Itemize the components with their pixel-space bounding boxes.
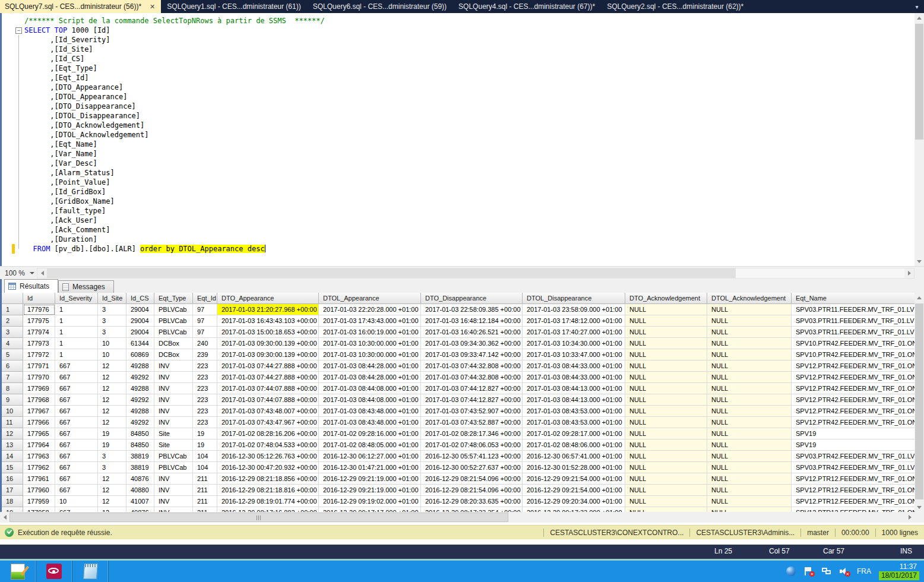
grid-cell[interactable]: NULL: [625, 360, 707, 372]
results-grid[interactable]: IdId_SeverityId_SiteId_CSEqt_TypeEqt_IdD…: [2, 293, 916, 512]
grid-cell[interactable]: 2016-12-29 08:19:01.774 +00:00: [217, 496, 319, 507]
action-center-flag-icon[interactable]: ✕: [803, 567, 814, 576]
grid-cell[interactable]: 177958: [23, 507, 55, 512]
grid-cell[interactable]: 223: [193, 406, 217, 417]
grid-cell[interactable]: 12: [98, 507, 126, 512]
grid-column-header[interactable]: DTOL_Disappearance: [523, 293, 625, 304]
grid-cell[interactable]: 10: [98, 338, 126, 349]
grid-cell[interactable]: NULL: [625, 327, 707, 338]
sql-editor[interactable]: − /****** Script de la commande SelectTo…: [0, 13, 924, 266]
grid-cell[interactable]: NULL: [707, 428, 792, 439]
grid-hscroll-thumb[interactable]: [10, 513, 508, 522]
grid-cell[interactable]: 2016-12-30 06:12:27.000 +01:00: [319, 451, 421, 462]
grid-cell[interactable]: 667: [55, 428, 98, 439]
grid-column-header[interactable]: Eqt_Name: [792, 293, 916, 304]
grid-cell[interactable]: 177960: [23, 485, 55, 496]
grid-cell[interactable]: 667: [55, 372, 98, 383]
grid-cell[interactable]: 29004: [126, 304, 154, 315]
grid-cell[interactable]: NULL: [707, 327, 792, 338]
grid-cell[interactable]: SPV12.PTR42.FEEDER.MV_TRF_01.ON: [792, 406, 916, 417]
grid-cell[interactable]: 2017-01-02 09:28:17.000 +01:00: [523, 428, 625, 439]
grid-cell[interactable]: 667: [55, 485, 98, 496]
grid-column-header[interactable]: Eqt_Type: [154, 293, 193, 304]
grid-cell[interactable]: NULL: [625, 507, 707, 512]
grid-cell[interactable]: INV: [154, 406, 193, 417]
grid-cell[interactable]: 49292: [126, 394, 154, 406]
document-tab[interactable]: SQLQuery4.sql - CES...dministrateur (67)…: [454, 0, 601, 13]
grid-cell[interactable]: 2016-12-30 01:52:28.000 +01:00: [523, 462, 625, 473]
grid-cell[interactable]: NULL: [625, 417, 707, 428]
grid-cell[interactable]: SPV12.PTR12.FEEDER.MV_TRF_01.ON: [792, 485, 916, 496]
grid-cell[interactable]: NULL: [707, 451, 792, 462]
grid-cell[interactable]: 667: [55, 451, 98, 462]
grid-cell[interactable]: NULL: [707, 406, 792, 417]
grid-cell[interactable]: 223: [193, 372, 217, 383]
grid-cell[interactable]: INV: [154, 417, 193, 428]
grid-cell[interactable]: PBLVCab: [154, 304, 193, 315]
grid-cell[interactable]: 38819: [126, 451, 154, 462]
tab-messages[interactable]: Messages: [58, 280, 114, 293]
grid-row-header[interactable]: 19: [2, 507, 23, 512]
grid-cell[interactable]: PBLVCab: [154, 462, 193, 473]
grid-cell[interactable]: 2017-01-02 08:28:17.346 +00:00: [421, 428, 523, 439]
grid-cell[interactable]: 3: [98, 462, 126, 473]
grid-cell[interactable]: INV: [154, 360, 193, 372]
code-area[interactable]: /****** Script de la commande SelectTopN…: [2, 16, 914, 254]
grid-cell[interactable]: 667: [55, 507, 98, 512]
grid-cell[interactable]: NULL: [707, 473, 792, 485]
grid-cell[interactable]: 41007: [126, 496, 154, 507]
grid-cell[interactable]: SPV10.PTR42.FEEDER.MV_TRF_01.ON: [792, 349, 916, 360]
grid-cell[interactable]: 177962: [23, 462, 55, 473]
grid-cell[interactable]: NULL: [625, 372, 707, 383]
grid-cell[interactable]: NULL: [707, 338, 792, 349]
grid-cell[interactable]: 3: [98, 327, 126, 338]
grid-cell[interactable]: 2016-12-29 09:17:33.000 +01:00: [523, 507, 625, 512]
grid-cell[interactable]: 667: [55, 394, 98, 406]
grid-cell[interactable]: 2016-12-29 09:19:02.000 +01:00: [319, 496, 421, 507]
grid-row-header[interactable]: 15: [2, 462, 23, 473]
grid-cell[interactable]: 12: [98, 485, 126, 496]
grid-cell[interactable]: 2017-01-03 08:43:53.000 +01:00: [523, 406, 625, 417]
grid-cell[interactable]: 2017-01-03 08:44:28.000 +01:00: [319, 372, 421, 383]
grid-cell[interactable]: SPV12.PTR42.FEEDER.MV_TRF_01.ON: [792, 394, 916, 406]
grid-cell[interactable]: SPV03.PTR11.FEEDER.MV_TRF_01.LV: [792, 304, 916, 315]
grid-cell[interactable]: 211: [193, 485, 217, 496]
grid-cell[interactable]: 10: [55, 496, 98, 507]
grid-cell[interactable]: 177961: [23, 473, 55, 485]
grid-cell[interactable]: 49292: [126, 372, 154, 383]
grid-cell[interactable]: 60869: [126, 349, 154, 360]
grid-cell[interactable]: 2017-01-02 08:28:16.206 +00:00: [217, 428, 319, 439]
grid-row-header[interactable]: 1: [2, 304, 23, 315]
grid-row-header[interactable]: 3: [2, 327, 23, 338]
grid-cell[interactable]: NULL: [707, 462, 792, 473]
grid-cell[interactable]: 2016-12-30 06:57:41.000 +01:00: [523, 451, 625, 462]
grid-cell[interactable]: SPV12.PTR42.FEEDER.MV_TRF_01.ON: [792, 417, 916, 428]
grid-cell[interactable]: NULL: [707, 315, 792, 327]
grid-cell[interactable]: 2017-01-03 07:43:52.907 +00:00: [421, 406, 523, 417]
grid-cell[interactable]: 2017-01-03 17:40:27.000 +01:00: [523, 327, 625, 338]
grid-cell[interactable]: 240: [193, 338, 217, 349]
grid-column-header[interactable]: DTOL_Appearance: [319, 293, 421, 304]
grid-cell[interactable]: 2017-01-03 08:44:13.000 +01:00: [523, 394, 625, 406]
grid-cell[interactable]: INV: [154, 372, 193, 383]
grid-cell[interactable]: 667: [55, 383, 98, 394]
grid-cell[interactable]: INV: [154, 485, 193, 496]
grid-row-header[interactable]: 6: [2, 360, 23, 372]
grid-cell[interactable]: 40876: [126, 507, 154, 512]
grid-cell[interactable]: 2016-12-29 08:17:33.354 +00:00: [421, 507, 523, 512]
grid-cell[interactable]: 104: [193, 462, 217, 473]
grid-row-header[interactable]: 5: [2, 349, 23, 360]
grid-row-header[interactable]: 13: [2, 439, 23, 451]
grid-cell[interactable]: 2017-01-03 22:20:28.000 +01:00: [319, 304, 421, 315]
grid-cell[interactable]: 667: [55, 360, 98, 372]
grid-cell[interactable]: 2016-12-29 08:21:18.856 +00:00: [217, 473, 319, 485]
grid-cell[interactable]: 2017-01-03 07:44:32.808 +00:00: [421, 372, 523, 383]
grid-cell[interactable]: 177975: [23, 315, 55, 327]
grid-cell[interactable]: 2016-12-29 08:17:16.882 +00:00: [217, 507, 319, 512]
grid-cell[interactable]: 2017-01-03 16:43:43.103 +00:00: [217, 315, 319, 327]
tab-overflow-chevron-icon[interactable]: ▾: [910, 0, 924, 13]
grid-cell[interactable]: 2016-12-29 09:21:19.000 +01:00: [319, 473, 421, 485]
grid-cell[interactable]: NULL: [625, 383, 707, 394]
grid-cell[interactable]: 12: [98, 383, 126, 394]
grid-cell[interactable]: 177964: [23, 439, 55, 451]
